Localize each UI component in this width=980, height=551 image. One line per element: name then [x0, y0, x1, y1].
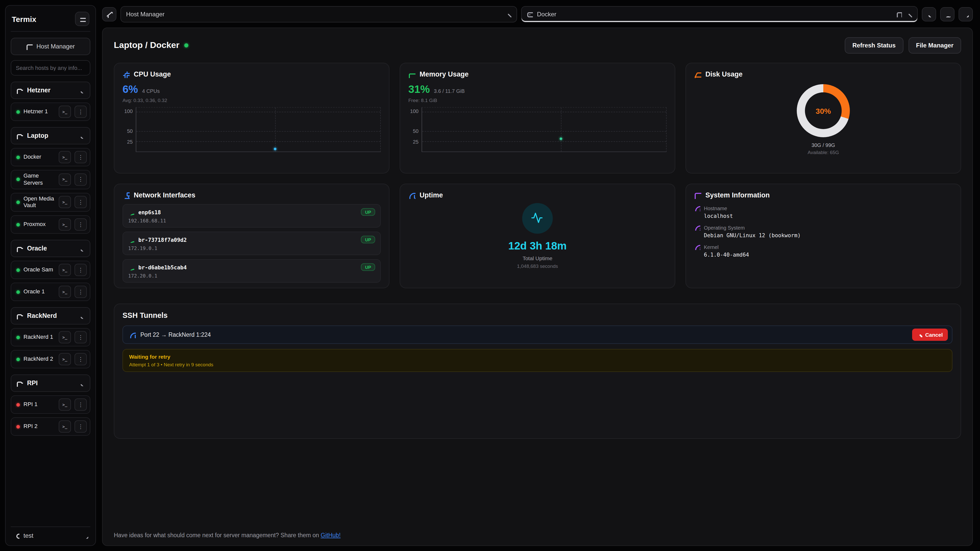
info-icon: [694, 224, 700, 230]
refresh-status-button[interactable]: Refresh Status: [845, 37, 903, 54]
host-menu-button[interactable]: ⋮: [75, 421, 87, 433]
tab-host-manager[interactable]: Host Manager: [121, 6, 517, 22]
host-menu-button[interactable]: ⋮: [75, 264, 87, 276]
status-dot: [16, 403, 20, 407]
disk-available: Available: 65G: [808, 149, 839, 155]
status-dot: [16, 268, 20, 272]
system-information-card: System Information Hostname localhost Op…: [686, 184, 961, 288]
info-label: Operating System: [704, 225, 745, 230]
terminal-icon: >_: [62, 424, 67, 429]
folder-collapse-button[interactable]: [76, 130, 87, 141]
folder-collapse-button[interactable]: [76, 85, 87, 96]
host-menu-button[interactable]: ⋮: [75, 286, 87, 298]
host-menu-button[interactable]: ⋮: [75, 353, 87, 365]
terminal-button[interactable]: >_: [59, 399, 71, 411]
person-icon: [13, 532, 19, 539]
status-badge: UP: [361, 236, 375, 243]
host-row-game-servers[interactable]: Game Servers >_ ⋮: [11, 170, 90, 189]
host-row-rpi-2[interactable]: RPI 2 >_ ⋮: [11, 417, 90, 436]
split-view-button[interactable]: [896, 11, 902, 17]
chevron-up-icon: [963, 11, 969, 17]
disk-usage: 30G / 99G: [808, 142, 839, 148]
terminal-button[interactable]: >_: [59, 196, 71, 208]
file-manager-button[interactable]: File Manager: [908, 37, 961, 54]
host-menu-button[interactable]: ⋮: [75, 331, 87, 343]
host-row-proxmox[interactable]: Proxmox >_ ⋮: [11, 215, 90, 233]
kebab-icon: ⋮: [78, 154, 83, 160]
terminal-button[interactable]: >_: [59, 353, 71, 365]
kebab-icon: ⋮: [78, 109, 83, 114]
card-title: System Information: [705, 191, 770, 199]
network-interfaces-card: Network Interfaces enp6s18 UP 192.168.68…: [114, 184, 390, 288]
host-manager-button[interactable]: Host Manager: [11, 38, 90, 55]
host-menu-button[interactable]: ⋮: [75, 151, 87, 163]
chevron-up-icon[interactable]: [82, 533, 88, 539]
host-row-racknerd-1[interactable]: RackNerd 1 >_ ⋮: [11, 328, 90, 346]
card-title: Network Interfaces: [134, 191, 196, 199]
sidebar-menu-button[interactable]: [75, 12, 89, 26]
terminal-button[interactable]: >_: [59, 106, 71, 118]
expand-panel-button[interactable]: [959, 7, 973, 21]
terminal-button[interactable]: >_: [59, 331, 71, 343]
monitor-icon: [26, 43, 33, 50]
host-online-dot: [185, 43, 189, 48]
system-info-item: Operating System Debian GNU/Linux 12 (bo…: [694, 224, 953, 238]
split-view-icon: [896, 11, 902, 17]
terminal-button[interactable]: >_: [59, 286, 71, 298]
y-tick: 100: [410, 108, 418, 114]
host-menu-button[interactable]: ⋮: [75, 196, 87, 208]
memory-icon: [408, 71, 415, 78]
credentials-button[interactable]: [940, 7, 955, 21]
y-tick: 50: [127, 128, 133, 134]
host-row-open-media-vault[interactable]: Open Media Vault >_ ⋮: [11, 192, 90, 212]
y-tick: 25: [127, 139, 133, 144]
info-value: localhost: [704, 213, 953, 219]
folder-collapse-button[interactable]: [76, 243, 87, 254]
folder-collapse-button[interactable]: [76, 310, 87, 321]
tab-label: Host Manager: [126, 11, 501, 18]
github-link[interactable]: GitHub!: [321, 532, 341, 538]
host-menu-button[interactable]: ⋮: [75, 173, 87, 186]
terminal-button[interactable]: >_: [59, 218, 71, 230]
folder-name: RPI: [27, 380, 72, 387]
kebab-icon: ⋮: [78, 402, 83, 407]
cancel-tunnel-button[interactable]: Cancel: [912, 329, 948, 341]
terminal-button[interactable]: >_: [59, 264, 71, 276]
sidebar-header: Termix: [11, 11, 90, 32]
search-input[interactable]: [11, 60, 90, 76]
activity-icon: [522, 203, 553, 233]
host-row-oracle-1[interactable]: Oracle 1 >_ ⋮: [11, 283, 90, 301]
folder-header-oracle[interactable]: Oracle: [11, 240, 90, 257]
host-name: Proxmox: [24, 221, 55, 228]
terminal-button[interactable]: >_: [59, 151, 71, 163]
terminal-button[interactable]: >_: [59, 173, 71, 186]
folder-group-oracle: Oracle Oracle Sam >_ ⋮ Oracle 1 >_ ⋮: [11, 240, 90, 301]
host-row-rpi-1[interactable]: RPI 1 >_ ⋮: [11, 395, 90, 414]
host-name: RackNerd 2: [24, 356, 55, 363]
host-row-hetzner-1[interactable]: Hetzner 1 >_ ⋮: [11, 103, 90, 121]
tunnel-row: Port 22 → RackNerd 1:224 Cancel: [123, 326, 953, 344]
system-info-item: Hostname localhost: [694, 205, 953, 219]
host-row-racknerd-2[interactable]: RackNerd 2 >_ ⋮: [11, 350, 90, 368]
folder-group-hetzner: Hetzner Hetzner 1 >_ ⋮: [11, 82, 90, 121]
close-tab-button[interactable]: [505, 11, 511, 17]
host-menu-button[interactable]: ⋮: [75, 218, 87, 230]
user-row[interactable]: test: [11, 527, 90, 539]
folder-name: Oracle: [27, 245, 72, 252]
terminal-button[interactable]: >_: [59, 421, 71, 433]
home-button[interactable]: [102, 7, 116, 21]
folder-header-rpi[interactable]: RPI: [11, 375, 90, 392]
close-tab-button[interactable]: [906, 11, 912, 17]
tab-docker[interactable]: Docker: [521, 6, 918, 22]
info-label: Kernel: [704, 244, 719, 250]
host-row-docker[interactable]: Docker >_ ⋮: [11, 148, 90, 166]
folder-collapse-button[interactable]: [76, 378, 87, 389]
collapse-panel-button[interactable]: [922, 7, 936, 21]
folder-group-racknerd: RackNerd RackNerd 1 >_ ⋮ RackNerd 2 >_ ⋮: [11, 307, 90, 368]
host-menu-button[interactable]: ⋮: [75, 106, 87, 118]
folder-header-racknerd[interactable]: RackNerd: [11, 307, 90, 324]
host-row-oracle-sam[interactable]: Oracle Sam >_ ⋮: [11, 261, 90, 279]
folder-header-hetzner[interactable]: Hetzner: [11, 82, 90, 99]
folder-header-laptop[interactable]: Laptop: [11, 127, 90, 144]
host-menu-button[interactable]: ⋮: [75, 399, 87, 411]
